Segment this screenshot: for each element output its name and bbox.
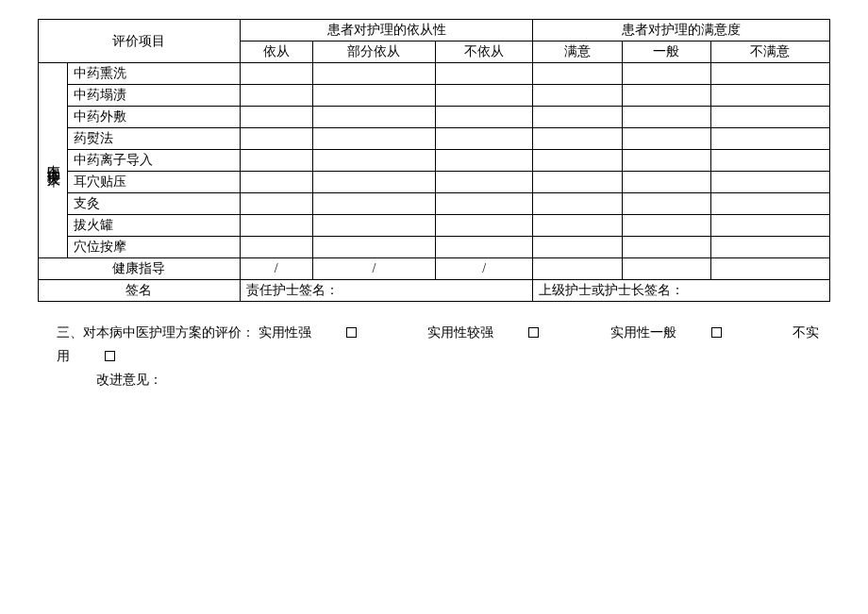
row-label-5: 耳穴贴压 bbox=[68, 172, 241, 193]
cell[interactable] bbox=[435, 193, 533, 215]
cell[interactable] bbox=[710, 215, 829, 237]
header-compliance: 患者对护理的依从性 bbox=[240, 20, 533, 41]
row-label-3: 药熨法 bbox=[68, 128, 241, 150]
section-prefix: 三、 bbox=[57, 325, 83, 340]
evaluation-table: 评价项目 患者对护理的依从性 患者对护理的满意度 依从 部分依从 不依从 满意 … bbox=[38, 19, 830, 302]
col-compliance-0: 依从 bbox=[240, 41, 312, 63]
cell[interactable] bbox=[312, 63, 435, 85]
cell[interactable] bbox=[435, 172, 533, 193]
cell[interactable] bbox=[435, 237, 533, 258]
senior-nurse-signature[interactable]: 上级护士或护士长签名： bbox=[533, 280, 830, 302]
cell[interactable] bbox=[312, 85, 435, 107]
cell[interactable] bbox=[435, 107, 533, 128]
col-satisfaction-0: 满意 bbox=[533, 41, 622, 63]
cell[interactable] bbox=[533, 150, 622, 172]
cell[interactable] bbox=[533, 107, 622, 128]
checkbox-icon[interactable] bbox=[346, 327, 357, 338]
cell[interactable] bbox=[435, 63, 533, 85]
cell[interactable] bbox=[533, 63, 622, 85]
cell[interactable] bbox=[710, 128, 829, 150]
cell[interactable] bbox=[240, 172, 312, 193]
evaluation-section: 三、对本病中医护理方案的评价： 实用性强 实用性较强 实用性一般 不实用 改进意… bbox=[57, 321, 830, 392]
cell[interactable] bbox=[710, 172, 829, 193]
slash-cell: / bbox=[240, 258, 312, 280]
header-item: 评价项目 bbox=[39, 20, 241, 63]
cell[interactable] bbox=[240, 215, 312, 237]
cell[interactable] bbox=[312, 150, 435, 172]
row-label-7: 拔火罐 bbox=[68, 215, 241, 237]
col-satisfaction-2: 不满意 bbox=[710, 41, 829, 63]
cell[interactable] bbox=[622, 258, 710, 280]
cell[interactable] bbox=[622, 237, 710, 258]
improvement-label: 改进意见： bbox=[96, 368, 830, 391]
option-2[interactable]: 实用性一般 bbox=[610, 325, 756, 340]
cell[interactable] bbox=[622, 63, 710, 85]
cell[interactable] bbox=[533, 85, 622, 107]
header-satisfaction: 患者对护理的满意度 bbox=[533, 20, 830, 41]
slash-cell: / bbox=[435, 258, 533, 280]
cell[interactable] bbox=[622, 128, 710, 150]
responsible-nurse-signature[interactable]: 责任护士签名： bbox=[240, 280, 533, 302]
cell[interactable] bbox=[710, 237, 829, 258]
signature-label: 签名 bbox=[39, 280, 241, 302]
cell[interactable] bbox=[533, 215, 622, 237]
cell[interactable] bbox=[312, 237, 435, 258]
cell[interactable] bbox=[240, 107, 312, 128]
cell[interactable] bbox=[435, 128, 533, 150]
cell[interactable] bbox=[533, 258, 622, 280]
cell[interactable] bbox=[710, 150, 829, 172]
row-label-6: 支灸 bbox=[68, 193, 241, 215]
checkbox-icon[interactable] bbox=[528, 327, 539, 338]
row-label-0: 中药熏洗 bbox=[68, 63, 241, 85]
col-compliance-1: 部分依从 bbox=[312, 41, 435, 63]
cell[interactable] bbox=[533, 193, 622, 215]
cell[interactable] bbox=[710, 85, 829, 107]
checkbox-icon[interactable] bbox=[105, 351, 115, 361]
cell[interactable] bbox=[240, 150, 312, 172]
group-label: 中医护理技术 bbox=[39, 63, 68, 258]
cell[interactable] bbox=[240, 237, 312, 258]
cell[interactable] bbox=[240, 128, 312, 150]
cell[interactable] bbox=[312, 172, 435, 193]
row-label-8: 穴位按摩 bbox=[68, 237, 241, 258]
cell[interactable] bbox=[710, 258, 829, 280]
cell[interactable] bbox=[435, 215, 533, 237]
cell[interactable] bbox=[312, 193, 435, 215]
col-satisfaction-1: 一般 bbox=[622, 41, 710, 63]
cell[interactable] bbox=[533, 128, 622, 150]
cell[interactable] bbox=[622, 85, 710, 107]
cell[interactable] bbox=[710, 63, 829, 85]
cell[interactable] bbox=[435, 150, 533, 172]
section-title: 对本病中医护理方案的评价： bbox=[83, 325, 255, 340]
option-0[interactable]: 实用性强 bbox=[259, 325, 391, 340]
cell[interactable] bbox=[622, 172, 710, 193]
health-guidance-label: 健康指导 bbox=[39, 258, 241, 280]
cell[interactable] bbox=[622, 150, 710, 172]
option-1[interactable]: 实用性较强 bbox=[427, 325, 573, 340]
row-label-1: 中药塌渍 bbox=[68, 85, 241, 107]
cell[interactable] bbox=[312, 215, 435, 237]
cell[interactable] bbox=[622, 193, 710, 215]
cell[interactable] bbox=[710, 193, 829, 215]
cell[interactable] bbox=[312, 107, 435, 128]
cell[interactable] bbox=[622, 215, 710, 237]
cell[interactable] bbox=[533, 237, 622, 258]
slash-cell: / bbox=[312, 258, 435, 280]
cell[interactable] bbox=[240, 193, 312, 215]
row-label-4: 中药离子导入 bbox=[68, 150, 241, 172]
cell[interactable] bbox=[240, 63, 312, 85]
row-label-2: 中药外敷 bbox=[68, 107, 241, 128]
cell[interactable] bbox=[710, 107, 829, 128]
cell[interactable] bbox=[312, 128, 435, 150]
cell[interactable] bbox=[622, 107, 710, 128]
cell[interactable] bbox=[435, 85, 533, 107]
col-compliance-2: 不依从 bbox=[435, 41, 533, 63]
cell[interactable] bbox=[533, 172, 622, 193]
checkbox-icon[interactable] bbox=[711, 327, 722, 338]
cell[interactable] bbox=[240, 85, 312, 107]
